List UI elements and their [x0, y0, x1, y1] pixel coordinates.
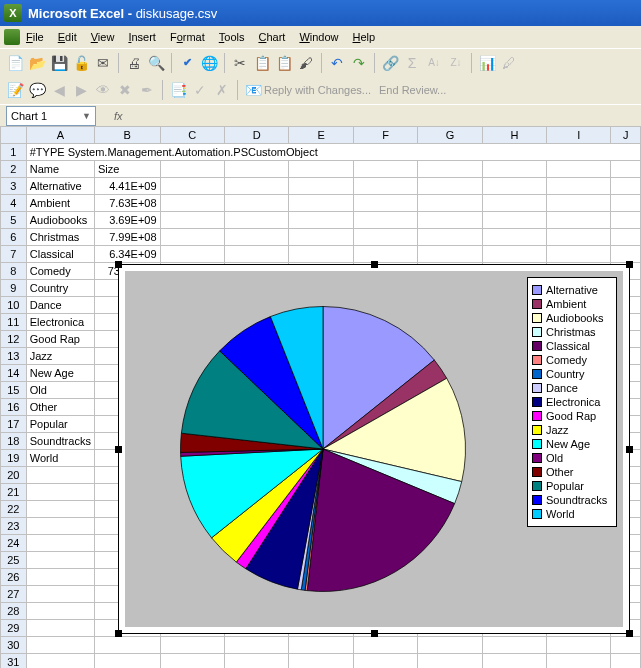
format-painter-icon[interactable]: 🖌	[296, 53, 316, 73]
print-icon[interactable]: 🖨	[124, 53, 144, 73]
cell-A16[interactable]: Other	[26, 399, 94, 416]
cell-E3[interactable]	[289, 178, 353, 195]
col-header-C[interactable]: C	[160, 127, 224, 144]
cell-J7[interactable]	[611, 246, 641, 263]
prev-comment-icon[interactable]: ◀	[49, 80, 69, 100]
cell-A4[interactable]: Ambient	[26, 195, 94, 212]
resize-handle[interactable]	[626, 446, 633, 453]
cell-F7[interactable]	[353, 246, 417, 263]
menu-help[interactable]: Help	[353, 31, 376, 43]
cell-A29[interactable]	[26, 620, 94, 637]
row-header-11[interactable]: 11	[1, 314, 27, 331]
save-icon[interactable]: 💾	[49, 53, 69, 73]
row-header-24[interactable]: 24	[1, 535, 27, 552]
cell-D30[interactable]	[225, 637, 289, 654]
cell-B4[interactable]: 7.63E+08	[94, 195, 160, 212]
cut-icon[interactable]: ✂	[230, 53, 250, 73]
cell-A25[interactable]	[26, 552, 94, 569]
cell-E31[interactable]	[289, 654, 353, 669]
row-header-1[interactable]: 1	[1, 144, 27, 161]
menu-view[interactable]: View	[91, 31, 115, 43]
cell-A15[interactable]: Old	[26, 382, 94, 399]
cell-J2[interactable]	[611, 161, 641, 178]
delete-comment-icon[interactable]: ✖	[115, 80, 135, 100]
cell-A31[interactable]	[26, 654, 94, 669]
cell-A12[interactable]: Good Rap	[26, 331, 94, 348]
row-header-16[interactable]: 16	[1, 399, 27, 416]
cell-J4[interactable]	[611, 195, 641, 212]
cell-E5[interactable]	[289, 212, 353, 229]
cell-A27[interactable]	[26, 586, 94, 603]
cell-C30[interactable]	[160, 637, 224, 654]
legend-item-alternative[interactable]: Alternative	[532, 284, 612, 296]
cell-A17[interactable]: Popular	[26, 416, 94, 433]
row-header-25[interactable]: 25	[1, 552, 27, 569]
permission-icon[interactable]: 🔓	[71, 53, 91, 73]
cell-H2[interactable]	[482, 161, 546, 178]
row-header-27[interactable]: 27	[1, 586, 27, 603]
cell-A6[interactable]: Christmas	[26, 229, 94, 246]
resize-handle[interactable]	[371, 261, 378, 268]
legend-item-jazz[interactable]: Jazz	[532, 424, 612, 436]
ink-icon[interactable]: ✒	[137, 80, 157, 100]
next-comment-icon[interactable]: ▶	[71, 80, 91, 100]
cell-A13[interactable]: Jazz	[26, 348, 94, 365]
cell-D4[interactable]	[225, 195, 289, 212]
pie-chart[interactable]	[173, 299, 473, 599]
cell-H5[interactable]	[482, 212, 546, 229]
cell-G5[interactable]	[418, 212, 482, 229]
cell-A2[interactable]: Name	[26, 161, 94, 178]
cell-I31[interactable]	[547, 654, 611, 669]
cell-I30[interactable]	[547, 637, 611, 654]
legend-item-good-rap[interactable]: Good Rap	[532, 410, 612, 422]
row-header-22[interactable]: 22	[1, 501, 27, 518]
menu-chart[interactable]: Chart	[258, 31, 285, 43]
legend-item-old[interactable]: Old	[532, 452, 612, 464]
drawing-icon[interactable]: 🖊	[499, 53, 519, 73]
cell-A1[interactable]: #TYPE System.Management.Automation.PSCus…	[26, 144, 640, 161]
cell-A21[interactable]	[26, 484, 94, 501]
legend-item-country[interactable]: Country	[532, 368, 612, 380]
resize-handle[interactable]	[115, 261, 122, 268]
autosum-icon[interactable]: Σ	[402, 53, 422, 73]
show-all-icon[interactable]: 👁	[93, 80, 113, 100]
cell-F3[interactable]	[353, 178, 417, 195]
legend-item-christmas[interactable]: Christmas	[532, 326, 612, 338]
legend-item-electronica[interactable]: Electronica	[532, 396, 612, 408]
cell-B6[interactable]: 7.99E+08	[94, 229, 160, 246]
cell-A23[interactable]	[26, 518, 94, 535]
row-header-7[interactable]: 7	[1, 246, 27, 263]
cell-H3[interactable]	[482, 178, 546, 195]
undo-icon[interactable]: ↶	[327, 53, 347, 73]
copy-icon[interactable]: 📋	[252, 53, 272, 73]
menu-window[interactable]: Window	[299, 31, 338, 43]
cell-G4[interactable]	[418, 195, 482, 212]
print-preview-icon[interactable]: 🔍	[146, 53, 166, 73]
resize-handle[interactable]	[115, 446, 122, 453]
send-mail-icon[interactable]: 📧	[243, 80, 263, 100]
cell-C6[interactable]	[160, 229, 224, 246]
cell-H4[interactable]	[482, 195, 546, 212]
row-header-20[interactable]: 20	[1, 467, 27, 484]
cell-J5[interactable]	[611, 212, 641, 229]
reject-change-icon[interactable]: ✗	[212, 80, 232, 100]
cell-A3[interactable]: Alternative	[26, 178, 94, 195]
cell-I6[interactable]	[547, 229, 611, 246]
cell-H7[interactable]	[482, 246, 546, 263]
cell-C7[interactable]	[160, 246, 224, 263]
row-header-23[interactable]: 23	[1, 518, 27, 535]
cell-A7[interactable]: Classical	[26, 246, 94, 263]
cell-A9[interactable]: Country	[26, 280, 94, 297]
cell-B5[interactable]: 3.69E+09	[94, 212, 160, 229]
cell-E4[interactable]	[289, 195, 353, 212]
paste-icon[interactable]: 📋	[274, 53, 294, 73]
cell-F2[interactable]	[353, 161, 417, 178]
cell-A11[interactable]: Electronica	[26, 314, 94, 331]
open-icon[interactable]: 📂	[27, 53, 47, 73]
fx-label[interactable]: fx	[114, 110, 123, 122]
cell-F5[interactable]	[353, 212, 417, 229]
legend-item-dance[interactable]: Dance	[532, 382, 612, 394]
col-header-E[interactable]: E	[289, 127, 353, 144]
cell-G7[interactable]	[418, 246, 482, 263]
cell-A26[interactable]	[26, 569, 94, 586]
